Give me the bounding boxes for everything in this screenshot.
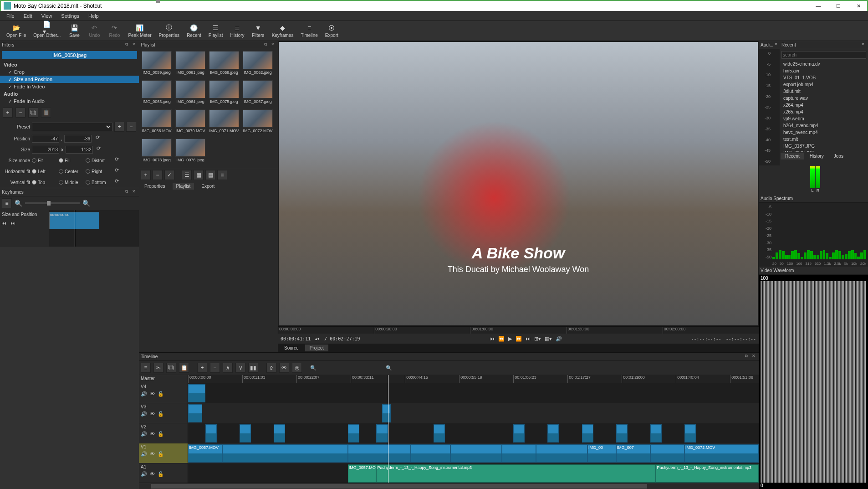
recent-item[interactable]: hiri5.avi (780, 67, 868, 74)
timeline-clip[interactable]: Pachyderm_-_13_-_Happy_Song_instrumental… (656, 464, 759, 483)
export-button[interactable]: ⦿Export (322, 23, 342, 39)
recent-item[interactable]: h264_nvenc.mp4 (780, 122, 868, 129)
size-reset-icon[interactable]: ⟳ (95, 145, 103, 154)
copy-filter-button[interactable]: ⿻ (28, 108, 38, 118)
timeline-ruler[interactable]: 00:00:00:0000:00:11:0300:00:22:0700:00:3… (188, 375, 759, 383)
timeline-clip[interactable] (348, 424, 359, 443)
volume-button[interactable]: 🔊 (556, 336, 562, 342)
timeline-clip[interactable]: IMG_0057.MOV (188, 444, 222, 463)
track-master[interactable]: Master (139, 375, 188, 383)
timeline-clip[interactable] (450, 444, 502, 463)
minimize-button[interactable]: — (812, 3, 824, 9)
playlist-view-tile-button[interactable]: ▤ (205, 170, 215, 180)
timeline-clip[interactable] (582, 424, 593, 443)
tab-export[interactable]: Export (198, 183, 218, 190)
playlist-view-list-button[interactable]: ☰ (182, 170, 192, 180)
timeline-clip[interactable] (684, 424, 696, 443)
redo-button[interactable]: ↷Redo (104, 23, 124, 39)
preset-add-button[interactable]: + (114, 122, 124, 132)
menu-file[interactable]: File (3, 12, 18, 20)
recent-tab-history[interactable]: History (805, 153, 828, 160)
playlist-item[interactable]: IMG_0063.jpeg (141, 80, 173, 108)
playlist-view-grid-button[interactable]: ▦ (194, 170, 204, 180)
mute-icon[interactable]: 🔊 (141, 391, 147, 397)
track-header-V1[interactable]: V1🔊👁🔓 (139, 443, 188, 463)
sizemode-fit[interactable]: Fit (32, 158, 57, 163)
timeline-clip[interactable] (376, 424, 388, 443)
track-V3[interactable] (188, 403, 759, 423)
recent-item[interactable]: 3dlut.mlt (780, 88, 868, 95)
filter-item[interactable]: ✓Fade In Audio (0, 98, 139, 105)
playlist-item[interactable]: IMG_0072.MOV (242, 109, 274, 137)
playlist-item[interactable]: IMG_0067.jpeg (242, 80, 274, 108)
timeline-clip[interactable] (547, 424, 559, 443)
peak-button[interactable]: 📊Peak Meter (124, 23, 155, 39)
filter-item[interactable]: ✓Size and Position (0, 76, 139, 83)
tl-copy-button[interactable]: ⿻ (166, 363, 176, 373)
playlist-remove-button[interactable]: − (153, 170, 163, 180)
filters-close-icon[interactable]: ✕ (131, 42, 137, 48)
src-tab-source[interactable]: Source (280, 345, 303, 351)
timeline-clip[interactable] (616, 424, 628, 443)
timeline-clip[interactable] (205, 424, 217, 443)
playlist-item[interactable]: IMG_0061.jpeg (174, 51, 206, 78)
timeline-detach-icon[interactable]: ⧉ (743, 354, 750, 360)
recent-item[interactable]: export job.mp4 (780, 81, 868, 88)
track-header-V3[interactable]: V3🔊👁🔓 (139, 403, 188, 423)
preview-image[interactable]: A Bike Show This Ducati by Michael Woola… (279, 42, 758, 325)
skip-next-button[interactable]: ⏭ (526, 336, 531, 342)
kf-track[interactable]: 00:00:00:00 (49, 210, 139, 247)
kf-menu-button[interactable]: ≡ (2, 198, 12, 208)
timeline-clip[interactable] (188, 384, 205, 402)
tl-menu-button[interactable]: ≡ (141, 363, 151, 373)
playlist-button[interactable]: ☰Playlist (205, 23, 227, 39)
kf-clip[interactable]: 00:00:00:00 (49, 212, 99, 229)
rewind-button[interactable]: ⏪ (498, 336, 505, 342)
recent-item[interactable]: VTS_01_1.VOB (780, 74, 868, 81)
playlist-check-button[interactable]: ✓ (164, 170, 174, 180)
keyframes-close-icon[interactable]: ✕ (131, 189, 137, 196)
timeline-clip[interactable] (188, 404, 202, 422)
playlist-item[interactable]: IMG_0064.jpeg (174, 80, 206, 108)
recent-tab-recent[interactable]: Recent (781, 153, 804, 160)
kf-zoom-slider[interactable] (25, 202, 80, 204)
menu-settings[interactable]: Settings (57, 12, 83, 20)
track-header-A1[interactable]: A1🔊👁🔓 (139, 463, 188, 483)
mute-icon[interactable]: 🔊 (141, 451, 147, 457)
forward-button[interactable]: ⏩ (516, 336, 522, 342)
playlist-item[interactable]: IMG_0070.MOV (174, 109, 206, 137)
hide-icon[interactable]: 👁 (150, 471, 155, 477)
timeline-clip[interactable] (434, 424, 445, 443)
track-V2[interactable] (188, 423, 759, 443)
timeline-button[interactable]: ≡Timeline (297, 23, 321, 39)
sizemode-reset-icon[interactable]: ⟳ (112, 156, 121, 165)
timeline-clip[interactable] (502, 444, 536, 463)
tl-remove-button[interactable]: − (210, 363, 220, 373)
hide-icon[interactable]: 👁 (150, 431, 155, 437)
tab-playlist[interactable]: Playlist (173, 183, 194, 190)
filter-item[interactable]: ✓Fade In Video (0, 83, 139, 90)
hfit-center[interactable]: Center (59, 169, 84, 174)
playlist-item[interactable]: IMG_0071.MOV (208, 109, 240, 137)
mute-icon[interactable]: 🔊 (141, 411, 147, 417)
tl-scrub-button[interactable]: 👁 (279, 363, 289, 373)
kf-playhead[interactable] (75, 210, 75, 247)
zoom-out-icon[interactable]: 🔍 (15, 200, 22, 207)
mute-icon[interactable]: 🔊 (141, 431, 147, 437)
timeline-clip[interactable] (650, 444, 684, 463)
hide-icon[interactable]: 👁 (150, 411, 155, 417)
tl-overwrite-button[interactable]: ∨ (235, 363, 245, 373)
keyframes-detach-icon[interactable]: ⧉ (123, 189, 130, 196)
timeline-close-icon[interactable]: ✕ (751, 354, 757, 360)
undo-button[interactable]: ↶Undo (84, 23, 104, 39)
playlist-add-button[interactable]: + (141, 170, 151, 180)
menu-help[interactable]: Help (85, 12, 102, 20)
recent-close-icon[interactable]: ✕ (860, 42, 866, 48)
playlist-item[interactable]: IMG_0058.jpeg (208, 51, 240, 78)
timeline-clip[interactable]: IMG_0057.MO (348, 464, 377, 483)
tl-cut-button[interactable]: ✂ (153, 363, 163, 373)
timeline-clip[interactable]: IMG_0072.MOV (684, 444, 759, 463)
playlist-item[interactable]: IMG_0066.MOV (141, 109, 173, 137)
mute-icon[interactable]: 🔊 (141, 471, 147, 477)
kf-prev-button[interactable]: ⏮ (2, 221, 6, 226)
